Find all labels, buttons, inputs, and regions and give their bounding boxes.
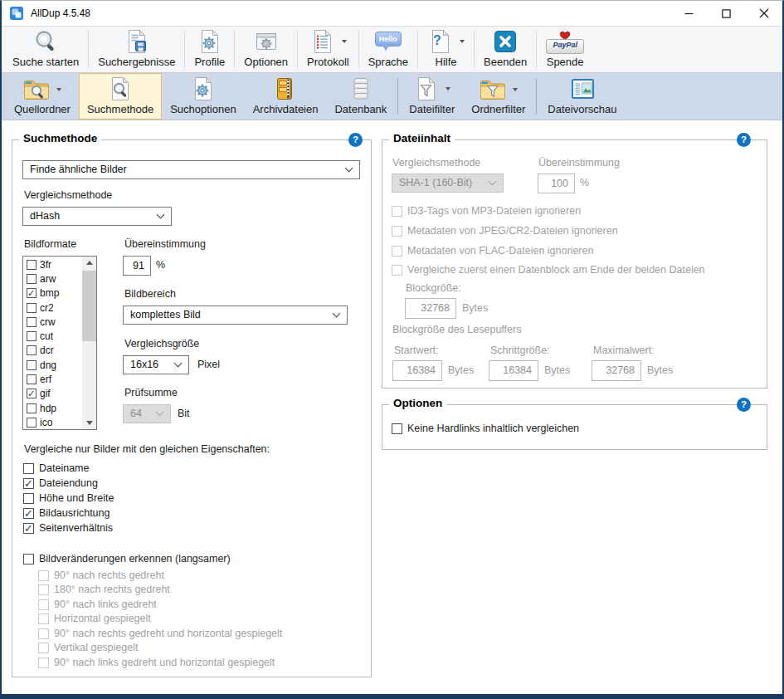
checkbox-box [23, 508, 34, 519]
nav-search-method-button[interactable]: Suchmethode [79, 73, 162, 120]
checkbox-box [23, 493, 34, 504]
help-badge[interactable]: ? [737, 133, 751, 147]
nav-source-folders-button[interactable]: Quellordner [6, 73, 79, 120]
dropdown-arrow-icon[interactable] [460, 40, 465, 43]
read-buffer-label: Blockgröße des Lesepuffers [392, 324, 521, 335]
content-match-label: Übereinstimmung [538, 157, 620, 169]
minimize-button[interactable] [670, 1, 708, 26]
dropdown-arrow-icon[interactable] [342, 40, 347, 43]
scroll-down-icon[interactable] [82, 416, 96, 429]
dropdown-arrow-icon[interactable] [446, 87, 450, 90]
dropdown-arrow-icon[interactable] [56, 88, 61, 91]
chevron-down-icon [156, 408, 164, 417]
transform-checkbox: 90° nach links gedreht [38, 599, 157, 610]
quit-button[interactable]: Beenden [475, 27, 535, 72]
close-button[interactable] [745, 1, 782, 26]
checkbox-box [27, 403, 37, 413]
panel-title: Suchmethode [19, 132, 101, 144]
nav-folder-filter-button[interactable]: Ordnerfilter [463, 73, 533, 120]
bubble-text: Hello [379, 35, 397, 43]
toolbar-label: Suche starten [12, 56, 79, 68]
title-bar: AllDup 4.5.48 [2, 1, 782, 26]
nav-toolbar: Quellordner Suchmethode [2, 73, 782, 120]
panel-title: Dateiinhalt [389, 132, 455, 144]
toolbar-label: Suchmethode [87, 103, 153, 115]
format-item[interactable]: bmp [24, 286, 82, 301]
checkbox-box [23, 523, 34, 534]
search-method-icon [107, 76, 134, 102]
checksum-select: 64 [123, 404, 171, 423]
format-item[interactable]: dng [24, 358, 82, 372]
match-percent-input[interactable]: 91 [123, 256, 151, 276]
bytes-unit: Bytes [647, 364, 673, 376]
start-value-input: 16384 [392, 360, 442, 381]
search-method-select[interactable]: Finde ähnliche Bilder [22, 160, 360, 179]
scrollbar-thumb[interactable] [82, 271, 96, 341]
format-item[interactable]: erf [24, 372, 82, 386]
checkbox-box [23, 478, 34, 489]
log-button[interactable]: Protokoll [299, 27, 358, 72]
image-formats-listbox[interactable]: 3fr arw bmp cr2 crw cut dcr dng erf gif … [22, 256, 97, 430]
compare-size-select[interactable]: 16x16 [123, 355, 189, 374]
format-item[interactable]: arw [24, 271, 82, 286]
toolbar-label: Ordnerfilter [471, 103, 525, 115]
format-item[interactable]: cr2 [24, 301, 82, 315]
checkbox-box [27, 288, 37, 298]
dropdown-arrow-icon[interactable] [513, 88, 518, 91]
format-item[interactable]: 3fr [24, 257, 82, 271]
format-item[interactable]: gif [24, 387, 82, 401]
format-item[interactable]: ico [24, 415, 82, 428]
format-item[interactable]: dcr [24, 344, 82, 358]
checkbox-box [38, 570, 49, 581]
chevron-down-icon [157, 211, 165, 219]
file-content-panel: Dateiinhalt ? Vergleichsmethode Übereins… [382, 139, 767, 389]
compare-method-select[interactable]: dHash [22, 207, 172, 226]
toolbar-label: Dateivorschau [548, 103, 616, 115]
nav-archive-files-button[interactable]: Archivdateien [245, 73, 327, 120]
help-button[interactable]: ? Hilfe [419, 27, 473, 72]
nav-search-options-button[interactable]: Suchoptionen [162, 73, 245, 120]
checkbox-box [27, 303, 37, 313]
toolbar-separator [88, 31, 89, 68]
checksum-label: Prüfsumme [124, 387, 178, 398]
checkbox-box [27, 317, 37, 327]
quit-icon [492, 28, 519, 55]
checkbox-box [38, 599, 49, 610]
help-badge[interactable]: ? [348, 133, 363, 147]
maximize-button[interactable] [708, 1, 745, 26]
toolbar-label: Beenden [484, 56, 527, 68]
scroll-up-icon[interactable] [82, 257, 96, 270]
no-hardlinks-checkbox[interactable]: Keine Hardlinks inhaltlich vergleichen [392, 423, 579, 434]
donate-button[interactable]: PayPal Spende [538, 27, 592, 72]
prop-checkbox-filename[interactable]: Dateiname [23, 462, 89, 474]
nav-file-filter-button[interactable]: Dateifilter [401, 73, 463, 120]
bytes-unit: Bytes [462, 302, 488, 314]
search-method-panel: Suchmethode ? Finde ähnliche Bilder Verg… [12, 139, 372, 677]
listbox-scrollbar[interactable] [82, 257, 96, 429]
nav-file-preview-button[interactable]: Dateivorschau [539, 73, 625, 120]
image-area-select[interactable]: komplettes Bild [123, 306, 348, 325]
options-button[interactable]: Optionen [236, 27, 296, 72]
chevron-down-icon [174, 359, 183, 368]
prop-checkbox-dimensions[interactable]: Höhe und Breite [23, 492, 114, 504]
checkbox-box [27, 274, 37, 284]
start-value-label: Startwert: [394, 345, 439, 356]
prop-checkbox-extension[interactable]: Dateiendung [23, 477, 98, 489]
format-item[interactable]: cut [24, 329, 82, 343]
language-button[interactable]: Hello Sprache [360, 27, 416, 72]
help-badge[interactable]: ? [737, 398, 751, 412]
toolbar-label: Dateifilter [409, 103, 455, 115]
content-match-input: 100 [538, 174, 575, 193]
profiles-button[interactable]: Profile [186, 27, 233, 72]
format-item[interactable]: hdp [24, 401, 82, 415]
search-results-button[interactable]: Suchergebnisse [90, 27, 183, 72]
prop-checkbox-aspect-ratio[interactable]: Seitenverhältnis [23, 522, 113, 534]
file-preview-icon [569, 76, 596, 102]
panel-title: Optionen [389, 397, 446, 409]
search-start-button[interactable]: Suche starten [4, 27, 87, 72]
format-item[interactable]: crw [24, 315, 82, 329]
detect-transforms-checkbox[interactable]: Bildveränderungen erkennen (langsamer) [23, 553, 231, 565]
prop-checkbox-orientation[interactable]: Bildausrichtung [23, 507, 110, 519]
nav-database-button[interactable]: Datenbank [326, 73, 395, 120]
toolbar-label: Profile [194, 56, 225, 68]
